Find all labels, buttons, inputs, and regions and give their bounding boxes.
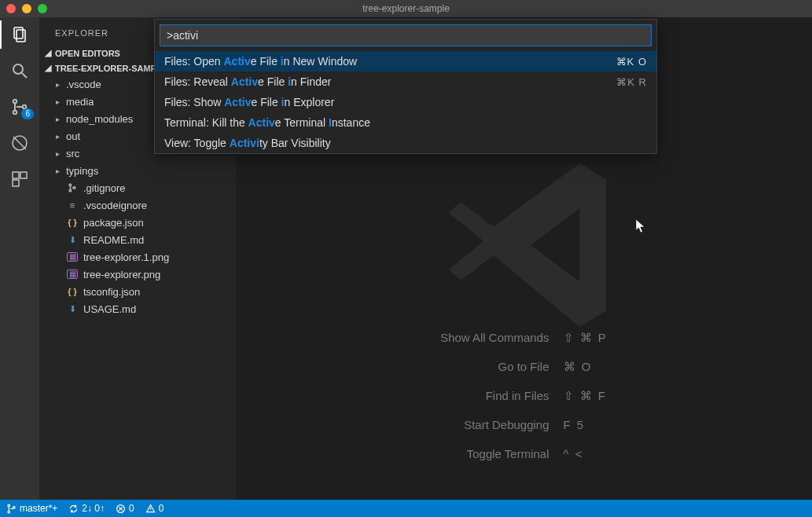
svg-point-5 xyxy=(13,111,17,114)
watermark-label: Start Debugging xyxy=(440,410,563,439)
command-palette-input[interactable] xyxy=(160,24,652,46)
file-name: tree-explorer.1.png xyxy=(83,251,169,263)
window-controls xyxy=(6,4,47,13)
markdown-file-icon: ⬇ xyxy=(66,302,79,315)
scm-badge: 6 xyxy=(21,108,34,119)
command-label: Terminal: Kill the Active Terminal Insta… xyxy=(164,116,370,129)
command-shortcut: ⌘K R xyxy=(616,76,647,88)
svg-point-14 xyxy=(8,504,10,507)
git-branch-status[interactable]: master*+ xyxy=(6,503,57,514)
svg-point-2 xyxy=(13,64,23,74)
command-label: View: Toggle Activity Bar Visibility xyxy=(164,137,331,149)
svg-rect-1 xyxy=(17,30,25,42)
command-palette-item[interactable]: Files: Reveal Active File in Finder⌘K R xyxy=(155,72,656,92)
command-label: Files: Reveal Active File in Finder xyxy=(164,75,331,88)
watermark-shortcut: ^ < xyxy=(564,439,608,468)
git-icon xyxy=(66,182,79,194)
command-palette-item[interactable]: View: Toggle Activity Bar Visibility xyxy=(155,133,656,153)
explorer-icon[interactable] xyxy=(9,24,31,46)
open-editors-label: OPEN EDITORS xyxy=(55,49,120,58)
watermark-label: Find in Files xyxy=(440,381,563,410)
command-label: Files: Open Active File in New Window xyxy=(164,55,357,68)
project-label: TREE-EXPLORER-SAMPLE xyxy=(55,64,167,73)
search-icon[interactable] xyxy=(9,60,31,82)
watermark-row: Find in Files⇧ ⌘ F xyxy=(440,381,608,410)
chevron-right-icon: ▸ xyxy=(53,132,61,141)
json-file-icon: { } xyxy=(66,285,79,298)
chevron-right-icon: ▸ xyxy=(53,149,61,158)
close-window-button[interactable] xyxy=(6,4,16,13)
watermark-shortcut: F 5 xyxy=(564,410,608,439)
status-bar: master*+ 2↓ 0↑ 0 0 xyxy=(0,500,812,517)
tree-file[interactable]: { }tsconfig.json xyxy=(39,283,236,300)
chevron-right-icon: ▸ xyxy=(53,80,61,89)
watermark-label: Go to File xyxy=(440,352,563,381)
vscode-logo-icon xyxy=(432,143,637,350)
svg-point-11 xyxy=(69,184,72,186)
maximize-window-button[interactable] xyxy=(38,4,47,13)
svg-line-3 xyxy=(22,73,27,78)
sync-status[interactable]: 2↓ 0↑ xyxy=(68,503,105,514)
sync-count: 2↓ 0↑ xyxy=(82,503,105,514)
command-palette-item[interactable]: Terminal: Kill the Active Terminal Insta… xyxy=(155,112,656,133)
command-label: Files: Show Active File in Explorer xyxy=(164,96,334,108)
file-name: README.md xyxy=(83,234,144,246)
minimize-window-button[interactable] xyxy=(22,4,31,13)
window-title: tree-explorer-sample xyxy=(0,3,812,14)
tree-file[interactable]: ≡.vscodeignore xyxy=(39,196,236,214)
folder-name: src xyxy=(66,148,79,160)
tree-file[interactable]: ▦tree-explorer.1.png xyxy=(39,248,236,266)
activity-bar: 6 xyxy=(0,17,39,500)
tree-file[interactable]: ⬇USAGE.md xyxy=(39,300,236,317)
file-name: USAGE.md xyxy=(83,303,136,315)
svg-point-13 xyxy=(73,187,75,189)
file-name: tree-explorer.png xyxy=(83,269,160,280)
command-shortcut: ⌘K O xyxy=(616,56,647,68)
chevron-right-icon: ▸ xyxy=(53,115,61,123)
branch-name: master*+ xyxy=(20,503,57,514)
debug-icon[interactable] xyxy=(9,132,31,154)
file-name: tsconfig.json xyxy=(83,286,140,298)
watermark-label: Toggle Terminal xyxy=(440,439,563,468)
source-control-icon[interactable]: 6 xyxy=(9,96,31,118)
svg-rect-10 xyxy=(13,180,19,186)
file-name: .gitignore xyxy=(83,182,125,194)
errors-status[interactable]: 0 xyxy=(116,503,134,514)
tree-file[interactable]: { }package.json xyxy=(39,214,236,231)
svg-point-15 xyxy=(8,511,10,513)
file-name: package.json xyxy=(83,217,144,229)
extensions-icon[interactable] xyxy=(9,168,31,190)
warnings-status[interactable]: 0 xyxy=(145,503,164,514)
svg-rect-8 xyxy=(13,172,19,178)
watermark-row: Start DebuggingF 5 xyxy=(440,410,608,439)
folder-name: out xyxy=(66,130,80,142)
file-name: .vscodeignore xyxy=(83,200,147,211)
svg-point-12 xyxy=(69,189,72,192)
svg-rect-9 xyxy=(20,172,27,178)
tree-folder[interactable]: ▸typings xyxy=(39,162,236,179)
tree-file[interactable]: ⬇README.md xyxy=(39,231,236,248)
svg-rect-0 xyxy=(14,28,23,38)
error-count: 0 xyxy=(129,503,134,514)
folder-name: typings xyxy=(66,165,98,177)
command-palette-item[interactable]: Files: Show Active File in Explorer xyxy=(155,92,656,112)
tree-file[interactable]: .gitignore xyxy=(39,179,236,196)
svg-point-4 xyxy=(13,100,17,103)
chevron-right-icon: ▸ xyxy=(53,97,61,106)
folder-name: node_modules xyxy=(66,113,133,125)
markdown-file-icon: ⬇ xyxy=(66,233,79,246)
command-palette: Files: Open Active File in New Window⌘K … xyxy=(154,19,657,154)
svg-point-16 xyxy=(13,506,15,508)
tree-file[interactable]: ▦tree-explorer.png xyxy=(39,266,236,283)
title-bar: tree-explorer-sample xyxy=(0,0,812,17)
text-file-icon: ≡ xyxy=(66,199,79,211)
watermark-shortcut: ⌘ O xyxy=(564,352,608,381)
image-file-icon: ▦ xyxy=(66,251,79,263)
chevron-right-icon: ▸ xyxy=(53,167,61,175)
watermark-row: Toggle Terminal^ < xyxy=(440,439,608,468)
command-palette-item[interactable]: Files: Open Active File in New Window⌘K … xyxy=(155,51,656,72)
folder-name: media xyxy=(66,96,94,108)
watermark-shortcut: ⇧ ⌘ F xyxy=(564,381,608,410)
image-file-icon: ▦ xyxy=(66,268,79,280)
warning-count: 0 xyxy=(159,503,164,514)
